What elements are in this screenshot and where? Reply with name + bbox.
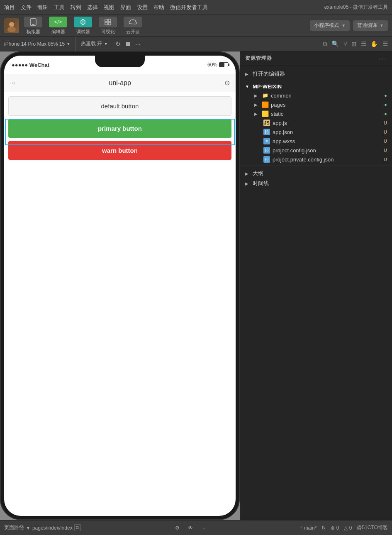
branch-status[interactable]: ⑂ main*: [299, 525, 317, 531]
more-status-icon[interactable]: ···: [201, 525, 205, 531]
file-projectconfig-row[interactable]: {·} project.config.json U: [240, 146, 392, 155]
file-projectprivate-row[interactable]: {·} project.private.config.json U: [240, 155, 392, 164]
status-right: ⑂ main* ↻ ⊗ 0 △ 0 @51CTO博客: [299, 524, 388, 531]
folder-static-arrow-icon: ▶: [254, 112, 259, 116]
menu-tools[interactable]: 工具: [54, 4, 65, 11]
file-appjson-row[interactable]: {·} app.json U: [240, 127, 392, 137]
mode-select-value: 小程序模式: [314, 22, 339, 29]
phone-content: default button primary button warn butto…: [4, 92, 236, 164]
file-appjs-row[interactable]: JS app.js U: [240, 118, 392, 127]
toolbar-cloud-btn[interactable]: 云开发: [122, 17, 144, 35]
app-bar-right: ⊙: [224, 79, 230, 87]
cloud-label: 云开发: [126, 29, 140, 35]
phone-status-right: 60%: [207, 62, 228, 68]
menu-project[interactable]: 项目: [4, 4, 15, 11]
right-toolbar-icons: ⧉ 🔍 ⑂ ⊞ ☰ ✋ ☰: [323, 40, 388, 48]
toolbar-simulator-btn[interactable]: 模拟器: [22, 17, 44, 35]
toolbar-visual-btn[interactable]: 可视化: [97, 17, 119, 35]
folder-pages-row[interactable]: ▶ 🟧 pages ●: [240, 100, 392, 109]
debugger-icon: [74, 17, 92, 27]
file-appjson-label: app.json: [273, 129, 381, 135]
folder-static-icon: 🟨: [262, 110, 268, 117]
menu-help[interactable]: 帮助: [153, 4, 164, 11]
status-path[interactable]: 页面路径 ▼ pages/index/index ⧉: [4, 524, 81, 531]
cloud-icon: [124, 17, 142, 27]
folder-static-row[interactable]: ▶ 🟨 static ●: [240, 109, 392, 118]
outline-label: 大纲: [253, 170, 387, 177]
stop-icon[interactable]: ⏹: [125, 40, 131, 48]
menu-dots-icon[interactable]: ···: [10, 79, 15, 87]
file-icon[interactable]: ☰: [361, 40, 366, 48]
project-root-row[interactable]: ▼ MP-WEIXIN: [240, 82, 392, 91]
menu-settings[interactable]: 设置: [137, 4, 148, 11]
toolbar-debugger-btn[interactable]: 调试器: [72, 17, 94, 35]
menu-wechat-devtools[interactable]: 微信开发者工具: [170, 4, 208, 11]
toolbar: 模拟器 </> 编辑器 调试器 可视化: [0, 15, 392, 37]
more-icon[interactable]: ···: [135, 40, 141, 48]
editor-icon: </>: [49, 17, 67, 27]
app-title: uni-app: [15, 79, 224, 87]
status-path-label: 页面路径: [4, 524, 24, 531]
menu-file[interactable]: 文件: [21, 4, 32, 11]
status-path-separator: ▼: [26, 525, 31, 531]
menu-view[interactable]: 视图: [104, 4, 114, 11]
mode-select-arrow: ▼: [341, 23, 346, 28]
hand-icon[interactable]: ✋: [370, 40, 378, 48]
open-editors-row[interactable]: ▶ 打开的编辑器: [240, 69, 392, 79]
svg-rect-8: [105, 22, 107, 25]
folder-common-row[interactable]: ▶ 📁 common ●: [240, 91, 392, 100]
phone-notch: [95, 56, 145, 67]
simulator-icon: [24, 17, 42, 27]
folder-static-label: static: [271, 111, 382, 117]
status-center: ⚙ 👁 ···: [85, 525, 296, 531]
compile-select-arrow: ▼: [380, 23, 384, 28]
toolbar-editor-btn[interactable]: </> 编辑器: [47, 17, 69, 35]
timeline-row[interactable]: ▶ 时间线: [240, 178, 392, 188]
menu-interface[interactable]: 界面: [120, 4, 131, 11]
branch-icon2: ⑂: [299, 525, 302, 531]
device-arrow-icon: ▼: [66, 42, 71, 46]
branch-icon[interactable]: ⑂: [343, 40, 347, 48]
folder-common-label: common: [271, 93, 382, 99]
file-appwxss-badge: U: [384, 139, 387, 144]
layout-icon[interactable]: ⊞: [351, 40, 357, 48]
menu-edit[interactable]: 编辑: [37, 4, 48, 11]
target-icon[interactable]: ⊙: [224, 79, 230, 87]
errors-badge: ⊗ 0: [331, 525, 339, 531]
open-editors-arrow-icon: ▶: [245, 72, 250, 76]
menu-goto[interactable]: 转到: [71, 4, 81, 11]
mode-select[interactable]: 小程序模式 ▼: [310, 20, 350, 31]
avatar[interactable]: [4, 18, 19, 33]
app-bar-left: ···: [10, 79, 15, 87]
file-projectconfig-label: project.config.json: [273, 147, 381, 154]
file-appjs-label: app.js: [273, 120, 381, 126]
primary-button[interactable]: primary button: [8, 119, 231, 138]
folder-pages-badge: ●: [384, 102, 387, 107]
file-appwxss-row[interactable]: ≡ app.wxss U: [240, 137, 392, 146]
menu-select[interactable]: 选择: [87, 4, 98, 11]
settings-icon[interactable]: ☰: [382, 40, 388, 48]
default-button[interactable]: default button: [8, 96, 231, 116]
device-selector[interactable]: iPhone 14 Pro Max 85% 15 ▼: [4, 41, 71, 47]
svg-point-1: [7, 27, 16, 32]
right-panel: 资源管理器 ··· ▶ 打开的编辑器 ▼ MP-WEIXIN: [240, 51, 392, 520]
outline-row[interactable]: ▶ 大纲: [240, 169, 392, 178]
eye-icon[interactable]: 👁: [188, 525, 193, 531]
sync-icon[interactable]: ↻: [321, 525, 326, 531]
status-path-value: pages/index/index: [32, 525, 73, 531]
main-layout: ●●●●● WeChat 60% ··· uni-app ⊙: [0, 51, 392, 520]
settings-icon2[interactable]: ⚙: [175, 525, 180, 531]
status-path-copy-icon[interactable]: ⧉: [74, 524, 81, 531]
phone-carrier: ●●●●● WeChat: [12, 62, 49, 68]
svg-rect-6: [105, 19, 107, 22]
compile-select[interactable]: 普通编译 ▼: [353, 20, 388, 31]
copy-icon[interactable]: ⧉: [323, 40, 327, 48]
folder-common-icon: 📁: [262, 92, 268, 99]
folder-static-badge: ●: [384, 111, 387, 116]
refresh-icon[interactable]: ↻: [115, 40, 121, 48]
file-appjson-icon: {·}: [263, 129, 270, 135]
warn-button[interactable]: warn button: [8, 141, 231, 160]
search-icon[interactable]: 🔍: [331, 40, 339, 48]
hot-reload-toggle[interactable]: 热重载 开 ▼: [81, 40, 108, 47]
explorer-more-icon[interactable]: ···: [378, 55, 387, 62]
